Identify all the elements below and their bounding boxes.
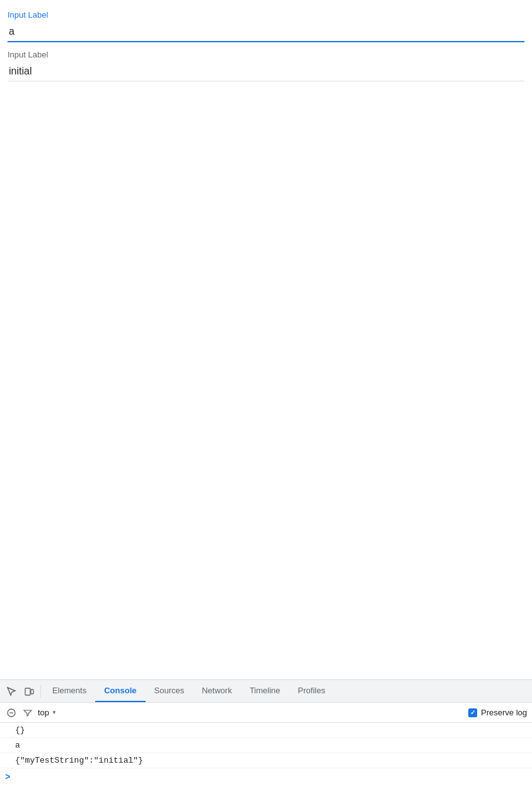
main-content: Input Label Input Label xyxy=(0,0,532,679)
console-line-3: {"myTestString":"initial"} xyxy=(0,753,532,768)
tab-timeline[interactable]: Timeline xyxy=(241,680,289,702)
console-toolbar: top ▼ ✓ Preserve log xyxy=(0,703,532,723)
devtools-tabs: Elements Console Sources Network Timelin… xyxy=(43,680,529,702)
tab-console[interactable]: Console xyxy=(95,680,145,702)
input-group-2: Input Label xyxy=(8,50,524,81)
clear-console-button[interactable] xyxy=(5,707,18,719)
input-group-1: Input Label xyxy=(8,10,524,42)
preserve-log-container: ✓ Preserve log xyxy=(468,708,527,717)
input-label-1: Input Label xyxy=(8,10,524,20)
console-line-1: {} xyxy=(0,723,532,738)
context-text: top xyxy=(38,708,49,717)
tab-network[interactable]: Network xyxy=(193,680,241,702)
toolbar-divider xyxy=(40,685,41,698)
context-dropdown-icon: ▼ xyxy=(52,710,57,715)
console-prompt-icon: > xyxy=(5,772,10,782)
inspect-element-button[interactable] xyxy=(3,683,20,700)
device-toolbar-button[interactable] xyxy=(20,683,38,700)
svg-rect-1 xyxy=(31,689,33,694)
preserve-log-label: Preserve log xyxy=(481,708,527,717)
preserve-log-checkbox[interactable]: ✓ xyxy=(468,708,477,717)
devtools-toolbar: Elements Console Sources Network Timelin… xyxy=(0,680,532,703)
console-line-2: a xyxy=(0,738,532,753)
input-field-2[interactable] xyxy=(8,62,524,81)
context-selector[interactable]: top ▼ xyxy=(38,708,57,717)
devtools-panel: Elements Console Sources Network Timelin… xyxy=(0,679,532,786)
filter-button[interactable] xyxy=(21,707,34,719)
checkmark-icon: ✓ xyxy=(470,709,475,716)
console-output: {} a {"myTestString":"initial"} > xyxy=(0,723,532,786)
console-input[interactable] xyxy=(14,773,527,782)
input-field-1[interactable] xyxy=(8,22,524,42)
svg-rect-0 xyxy=(25,688,30,695)
tab-elements[interactable]: Elements xyxy=(43,680,95,702)
input-label-2: Input Label xyxy=(8,50,524,59)
tab-profiles[interactable]: Profiles xyxy=(289,680,334,702)
console-input-line: > xyxy=(0,768,532,786)
tab-sources[interactable]: Sources xyxy=(146,680,194,702)
